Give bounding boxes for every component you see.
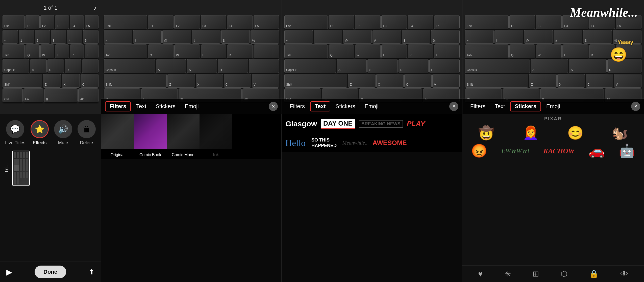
live-titles-btn[interactable]: 💬 Live Titles bbox=[5, 120, 25, 146]
tab-stickers-p4[interactable]: Stickers bbox=[510, 101, 541, 111]
icon-heart[interactable]: ♥ bbox=[478, 270, 483, 278]
play-button[interactable]: ▶ bbox=[6, 268, 12, 276]
tab-filters-p4[interactable]: Filters bbox=[466, 102, 489, 111]
panel-2-bottom: Original Comic Book Comic Mono Ink bbox=[101, 114, 282, 282]
left-controls: 💬 Live Titles ⭐ Effects 🔊 Mute 🗑 Delete … bbox=[0, 114, 101, 282]
delete-btn[interactable]: 🗑 Delete bbox=[78, 120, 96, 146]
panel-4: EscF1F2F3F4F5 ~!@#$% TabQWERT CapsLkAS D… bbox=[462, 0, 644, 114]
tab-filters-p3[interactable]: Filters bbox=[286, 102, 309, 111]
close-btn-p3[interactable]: ✕ bbox=[449, 102, 458, 111]
icon-lock[interactable]: 🔒 bbox=[589, 269, 599, 278]
sticker-squirrel[interactable]: 🐿️ bbox=[612, 125, 628, 141]
tab-stickers-p2[interactable]: Stickers bbox=[152, 102, 179, 111]
panel-3: EscF1F2F3F4F5 ~!@#$% TabQWERT CapsLkASDF… bbox=[282, 0, 462, 114]
mute-btn[interactable]: 🔊 Mute bbox=[54, 120, 72, 146]
share-button[interactable]: ⬆ bbox=[89, 268, 94, 276]
sticker-veggie[interactable]: EWWWW! bbox=[501, 147, 529, 155]
sticker-lightning[interactable]: KACHOW bbox=[543, 147, 575, 155]
tab-text-p3[interactable]: Text bbox=[310, 101, 330, 111]
icon-asterisk[interactable]: ✳ bbox=[505, 269, 511, 278]
panel-2-tabbar: Filters Text Stickers Emoji ✕ bbox=[101, 99, 282, 114]
text-style-meanwhile[interactable]: Meanwhile... bbox=[342, 140, 369, 146]
tab-emoji-p3[interactable]: Emoji bbox=[361, 102, 383, 111]
panel-4-tabbar: Filters Text Stickers Emoji ✕ bbox=[462, 99, 644, 114]
pixar-label: PIXAR bbox=[462, 114, 644, 124]
icon-eye[interactable]: 👁 bbox=[621, 270, 628, 278]
text-style-awesome[interactable]: AWESOME bbox=[373, 139, 407, 147]
meanwhile-overlay: Meanwhile... bbox=[570, 5, 638, 20]
text-style-breaking[interactable]: BREAKING NEWS bbox=[359, 120, 403, 128]
effects-btn[interactable]: ⭐ Effects bbox=[31, 120, 49, 146]
panel-3-tabbar: Filters Text Stickers Emoji ✕ bbox=[282, 99, 462, 114]
counter: 1 of 1 bbox=[43, 5, 57, 11]
text-style-sothis[interactable]: SO THISHAPPENED bbox=[309, 136, 339, 149]
sticker-robot[interactable]: 🤖 bbox=[619, 143, 635, 159]
text-style-play[interactable]: PLAY bbox=[407, 120, 425, 128]
text-style-dayone[interactable]: DAY ONE bbox=[321, 119, 355, 129]
panel-3-bottom: Glasgow DAY ONE BREAKING NEWS PLAY Hello… bbox=[282, 114, 462, 282]
tab-emoji-p2[interactable]: Emoji bbox=[181, 102, 203, 111]
music-icon[interactable]: ♪ bbox=[93, 4, 96, 12]
thumb-kb[interactable] bbox=[12, 151, 30, 186]
tab-text-p2[interactable]: Text bbox=[132, 102, 150, 111]
yaaay-text: Yaaay bbox=[617, 39, 633, 45]
sticker-cowboy[interactable]: 🤠 bbox=[478, 125, 494, 141]
text-style-glasgow[interactable]: Glasgow bbox=[285, 120, 317, 128]
tab-stickers-p3[interactable]: Stickers bbox=[332, 102, 359, 111]
panel-4-bottom: PIXAR 🤠 👩‍🦰 😊 🐿️ 😡 EWWWW! KACHOW 🚗 🤖 ♥ ✳… bbox=[462, 114, 644, 282]
filter-ink[interactable]: Ink bbox=[200, 114, 232, 159]
filter-comic-mono[interactable]: Comic Mono bbox=[167, 114, 200, 159]
icon-grid[interactable]: ⊞ bbox=[533, 269, 539, 278]
panel-2: EscF1F2F3F4F5 ~!@#$% TabQWERT CapsLkASDF… bbox=[101, 0, 282, 114]
panel-1: Esc F1F2F3F4F5 ~12345 TabQWERT CapsLkASD… bbox=[0, 0, 101, 114]
tab-filters-p2[interactable]: Filters bbox=[105, 101, 131, 111]
filter-original[interactable]: Original bbox=[101, 114, 134, 159]
tab-emoji-p4[interactable]: Emoji bbox=[542, 102, 564, 111]
joy-sticker: 😄 bbox=[610, 46, 627, 63]
tab-text-p4[interactable]: Text bbox=[491, 102, 509, 111]
icon-mickey[interactable]: ⬡ bbox=[561, 269, 567, 278]
done-button[interactable]: Done bbox=[35, 266, 66, 278]
trim-label: Tri... bbox=[4, 163, 10, 173]
close-btn-p2[interactable]: ✕ bbox=[269, 102, 278, 111]
filter-comic-book[interactable]: Comic Book bbox=[134, 114, 167, 159]
close-btn-p4[interactable]: ✕ bbox=[631, 102, 640, 111]
sticker-joy[interactable]: 😊 bbox=[567, 125, 584, 141]
sticker-anger[interactable]: 😡 bbox=[471, 143, 487, 159]
sticker-redhead[interactable]: 👩‍🦰 bbox=[523, 125, 539, 141]
text-style-hello[interactable]: Hello bbox=[285, 138, 306, 148]
sticker-car[interactable]: 🚗 bbox=[588, 143, 605, 159]
